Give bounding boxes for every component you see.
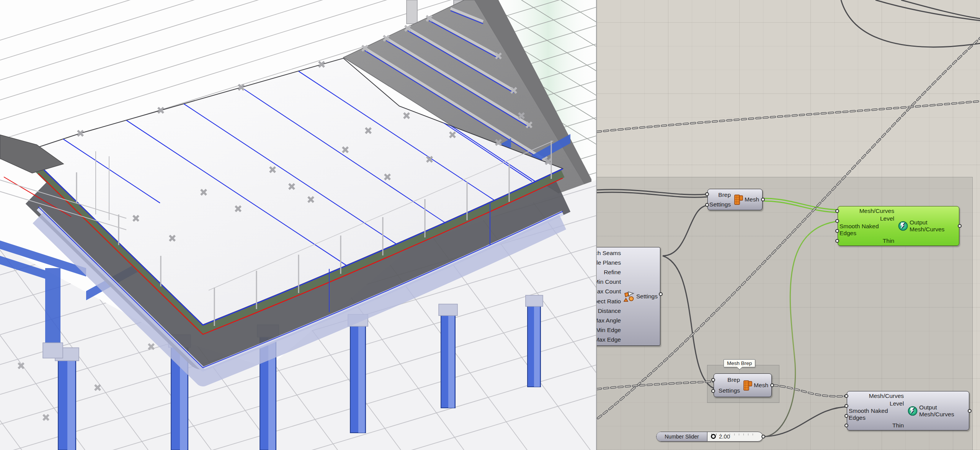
output-mesh-curves-component-selected[interactable]: Mesh/Curves Level Smooth Naked Edges Thi… xyxy=(838,206,959,246)
smooth-naked-edges-input-nub[interactable] xyxy=(835,229,839,233)
mesh-curves-input-nub[interactable] xyxy=(844,394,848,398)
output-mesh-curves-component[interactable]: Mesh/Curves Level Smooth Naked Edges Thi… xyxy=(847,391,969,430)
input-label: Level xyxy=(880,215,894,222)
brep-input-nub[interactable] xyxy=(711,378,715,382)
output-label: Mesh xyxy=(745,196,759,203)
input-label: Max Angle xyxy=(596,317,621,324)
input-label: Level xyxy=(890,400,904,407)
output-label: Output Mesh/Curves xyxy=(919,404,966,418)
output-mesh-curves-nub[interactable] xyxy=(958,224,962,228)
level-input-nub[interactable] xyxy=(835,219,839,223)
input-label: Brep xyxy=(727,376,740,383)
mesh-output-nub[interactable] xyxy=(761,198,765,201)
slider-ticks xyxy=(711,434,757,435)
input-label: Smooth Naked Edges xyxy=(840,223,894,237)
mesh-brep-tooltip: Mesh Brep xyxy=(724,359,755,367)
settings-input-nub[interactable] xyxy=(711,389,715,393)
input-label: Min Edge xyxy=(596,327,621,334)
input-label: Patch Seams xyxy=(596,250,621,257)
mesh-brep-component-bottom[interactable]: Brep Settings Mesh xyxy=(714,373,772,397)
slider-track[interactable]: 2.00 xyxy=(707,432,763,441)
input-label: Settings xyxy=(719,387,740,394)
mesh-brep-icon xyxy=(742,374,754,397)
brep-input-nub[interactable] xyxy=(705,192,709,196)
input-label: Max Edge xyxy=(596,336,621,343)
mesh-output-nub[interactable] xyxy=(770,383,774,387)
number-slider[interactable]: Number Slider 2.00 xyxy=(656,432,763,442)
thin-input-nub[interactable] xyxy=(844,424,848,427)
output-mesh-curves-nub[interactable] xyxy=(968,409,972,413)
smooth-naked-edges-input-nub[interactable] xyxy=(844,414,848,418)
input-label: Max Count xyxy=(596,288,621,295)
input-label: Thin xyxy=(892,422,904,429)
slider-knob[interactable] xyxy=(711,434,716,439)
rhino-grasshopper-window: Brep Settings Mesh Patch S xyxy=(0,0,980,450)
input-label: Thin xyxy=(883,237,894,244)
output-label: Settings xyxy=(636,293,658,300)
input-label: Mesh/Curves xyxy=(859,208,894,214)
mesh-curves-input-nub[interactable] xyxy=(835,209,839,213)
slider-value: 2.00 xyxy=(719,433,730,440)
input-label: Aspect Ratio xyxy=(596,298,621,305)
slider-label: Number Slider xyxy=(657,432,707,441)
weaverbird-mesh-icon xyxy=(906,391,919,430)
input-label: Smooth Naked Edges xyxy=(849,407,904,421)
weaverbird-mesh-icon xyxy=(897,206,910,245)
settings-output-nub[interactable] xyxy=(659,292,663,296)
output-label: Mesh xyxy=(754,382,768,389)
input-label: Min Count xyxy=(596,278,621,285)
input-label: Max Distance xyxy=(596,308,621,314)
grasshopper-canvas[interactable]: Brep Settings Mesh Patch S xyxy=(596,0,980,450)
mesh-brep-icon xyxy=(733,189,745,210)
input-label: Mesh/Curves xyxy=(869,393,904,399)
thin-input-nub[interactable] xyxy=(835,239,839,243)
level-input-nub[interactable] xyxy=(844,404,848,408)
input-label: Refine xyxy=(604,269,621,276)
input-label: Brep xyxy=(718,191,731,198)
input-label: Simple Planes xyxy=(596,259,621,266)
mesh-settings-component[interactable]: Patch Seams Simple Planes Refine Min Cou… xyxy=(596,247,660,346)
mesh-brep-component-top[interactable]: Brep Settings Mesh xyxy=(707,189,763,210)
column-pedestal xyxy=(43,343,63,358)
mesh-settings-icon xyxy=(623,291,635,302)
input-label: Settings xyxy=(709,201,731,208)
settings-input-nub[interactable] xyxy=(705,203,709,207)
output-label: Output Mesh/Curves xyxy=(910,219,956,233)
rhino-viewport[interactable] xyxy=(0,0,596,450)
